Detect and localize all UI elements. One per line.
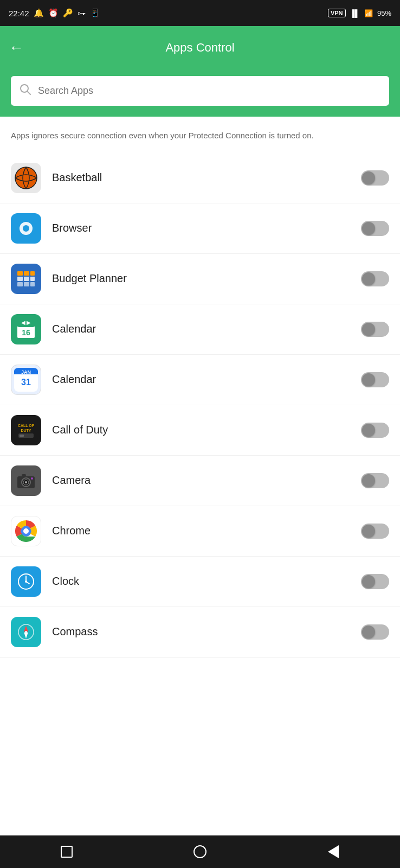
calendar-blue-toggle[interactable] bbox=[361, 372, 389, 387]
status-bar: 22:42 🔔 ⏰ 🔑 🗝 📱 VPN ▐▌ 📶 95% bbox=[0, 0, 400, 26]
svg-point-6 bbox=[23, 225, 29, 232]
svg-rect-31 bbox=[20, 435, 24, 437]
app-name: Clock bbox=[52, 575, 361, 588]
clock-toggle[interactable] bbox=[361, 574, 389, 589]
app-list: Basketball Browser bbox=[0, 148, 400, 663]
list-item: Chrome bbox=[0, 506, 400, 557]
app-name: Budget Planner bbox=[52, 272, 361, 285]
status-right: VPN ▐▌ 📶 95% bbox=[328, 9, 391, 17]
svg-text:16: 16 bbox=[22, 328, 30, 337]
svg-rect-14 bbox=[17, 282, 23, 286]
cod-toggle[interactable] bbox=[361, 423, 389, 438]
svg-text:CALL OF: CALL OF bbox=[18, 424, 35, 427]
list-item: Camera bbox=[0, 456, 400, 506]
wifi-icon: 📶 bbox=[364, 9, 373, 17]
svg-rect-37 bbox=[22, 474, 26, 476]
header: ← Apps Control bbox=[0, 26, 400, 69]
page-title: Apps Control bbox=[165, 41, 234, 55]
budget-toggle[interactable] bbox=[361, 271, 389, 286]
cod-app-icon: CALL OF DUTY bbox=[11, 415, 41, 445]
search-input[interactable] bbox=[38, 85, 380, 97]
nav-home-button[interactable] bbox=[184, 835, 216, 868]
list-item: Clock bbox=[0, 557, 400, 607]
chrome-toggle[interactable] bbox=[361, 524, 389, 539]
calendar-blue-app-icon: 31 JAN bbox=[11, 365, 41, 395]
svg-point-47 bbox=[25, 580, 27, 583]
svg-line-1 bbox=[28, 92, 31, 95]
svg-rect-16 bbox=[30, 282, 35, 286]
svg-text:◀ ▶: ◀ ▶ bbox=[21, 320, 31, 326]
svg-text:DUTY: DUTY bbox=[21, 429, 31, 432]
nav-square-button[interactable] bbox=[50, 835, 83, 868]
app-name: Basketball bbox=[52, 171, 361, 184]
navigation-bar bbox=[0, 835, 400, 868]
list-item: Basketball bbox=[0, 153, 400, 203]
basketball-app-icon bbox=[11, 163, 41, 193]
compass-toggle[interactable] bbox=[361, 624, 389, 640]
signal-icon: ▐▌ bbox=[350, 9, 360, 17]
back-triangle-icon bbox=[328, 845, 339, 858]
app-name: Compass bbox=[52, 626, 361, 638]
alarm-icon: ⏰ bbox=[48, 8, 59, 18]
app-name: Camera bbox=[52, 474, 361, 487]
compass-app-icon bbox=[11, 617, 41, 647]
svg-rect-8 bbox=[17, 271, 23, 276]
list-item: Budget Planner bbox=[0, 254, 400, 304]
svg-point-42 bbox=[23, 528, 29, 534]
svg-text:31: 31 bbox=[21, 378, 31, 387]
app-name: Calendar bbox=[52, 373, 361, 386]
search-bar bbox=[11, 76, 389, 106]
browser-toggle[interactable] bbox=[361, 221, 389, 236]
svg-rect-11 bbox=[17, 277, 23, 281]
svg-point-52 bbox=[25, 631, 27, 633]
search-container bbox=[0, 69, 400, 117]
svg-rect-9 bbox=[24, 271, 29, 276]
square-icon bbox=[61, 846, 73, 858]
calendar-green-toggle[interactable] bbox=[361, 322, 389, 337]
svg-rect-13 bbox=[30, 277, 35, 281]
app-name: Calendar bbox=[52, 323, 361, 335]
app-name: Call of Duty bbox=[52, 424, 361, 436]
svg-rect-10 bbox=[30, 271, 35, 276]
status-left: 22:42 🔔 ⏰ 🔑 🗝 📱 bbox=[9, 8, 100, 18]
list-item: 31 JAN Calendar bbox=[0, 355, 400, 405]
list-item: Browser bbox=[0, 203, 400, 254]
svg-text:JAN: JAN bbox=[21, 369, 31, 375]
clock-app-icon bbox=[11, 566, 41, 597]
status-time: 22:42 bbox=[9, 9, 29, 18]
phone-icon: 📱 bbox=[90, 8, 100, 18]
key-icon: 🔑 bbox=[63, 8, 73, 18]
list-item: CALL OF DUTY Call of Duty bbox=[0, 405, 400, 456]
budget-app-icon bbox=[11, 264, 41, 294]
browser-app-icon bbox=[11, 213, 41, 244]
back-button[interactable]: ← bbox=[9, 39, 24, 56]
app-name: Chrome bbox=[52, 525, 361, 537]
search-icon bbox=[20, 84, 31, 98]
chrome-app-icon bbox=[11, 516, 41, 546]
calendar-green-app-icon: 16 ◀ ▶ bbox=[11, 314, 41, 344]
nav-back-button[interactable] bbox=[317, 835, 350, 868]
vpn-badge: VPN bbox=[328, 9, 346, 17]
svg-rect-12 bbox=[24, 277, 29, 281]
svg-point-36 bbox=[25, 481, 27, 483]
battery-indicator: 95% bbox=[377, 9, 391, 17]
svg-rect-15 bbox=[24, 282, 29, 286]
key2-icon: 🗝 bbox=[78, 9, 86, 18]
list-item: 16 ◀ ▶ Calendar bbox=[0, 304, 400, 355]
list-item: Compass bbox=[0, 607, 400, 658]
camera-toggle[interactable] bbox=[361, 473, 389, 488]
camera-app-icon bbox=[11, 465, 41, 496]
notification-bell-icon: 🔔 bbox=[34, 8, 44, 18]
svg-point-38 bbox=[31, 477, 33, 480]
app-name: Browser bbox=[52, 222, 361, 234]
circle-icon bbox=[193, 845, 207, 858]
description-text: Apps ignores secure connection even when… bbox=[0, 117, 400, 148]
basketball-toggle[interactable] bbox=[361, 170, 389, 186]
